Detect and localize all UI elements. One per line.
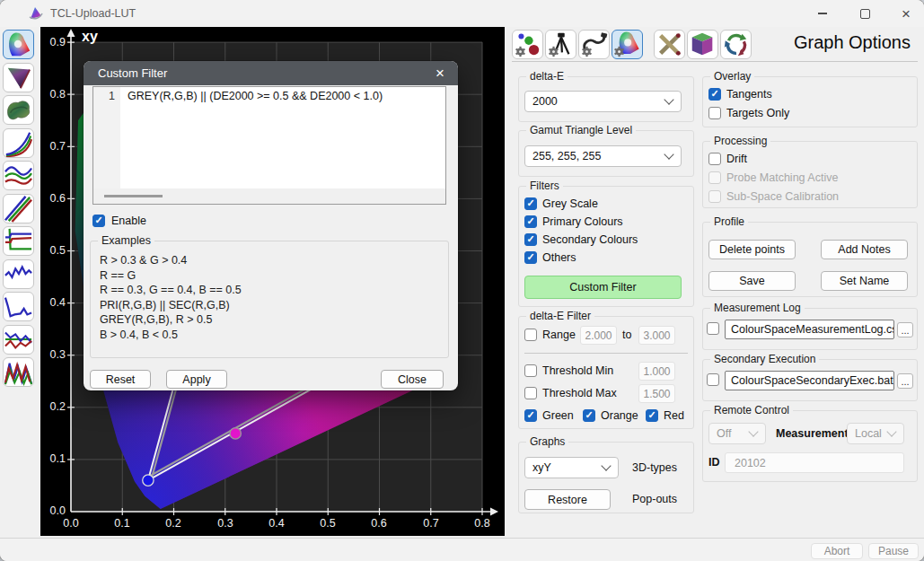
targets-only-checkbox[interactable] [708, 107, 721, 119]
delta-e-dropdown[interactable]: 2000 [524, 91, 682, 112]
overlay-groupbox: Overlay Tangents Targets Only [702, 76, 918, 127]
measurement-log-file-field[interactable]: ColourSpaceMeasurementLog.csv [725, 320, 894, 339]
orange-checkbox[interactable] [583, 409, 595, 422]
sidebar-item-cie-xy-chromaticity[interactable] [3, 30, 34, 59]
grey-scale-checkbox[interactable] [524, 197, 537, 210]
threshold-min-checkbox[interactable] [524, 364, 537, 377]
range-to-label: to [622, 329, 631, 341]
restore-button[interactable]: Restore [524, 489, 611, 510]
threshold-max-checkbox[interactable] [524, 387, 537, 399]
maximize-icon [860, 9, 870, 19]
3d-types-label: 3D-types [632, 461, 677, 474]
toolbar-crossed-tools[interactable] [654, 30, 685, 59]
delta-e-value: 2000 [532, 95, 558, 108]
rgb-step-response-icon [4, 227, 33, 255]
x-tick: 0.1 [107, 517, 137, 530]
dialog-close-button[interactable]: × [429, 63, 451, 83]
editor-code-line[interactable]: GREY(R,G,B) || (DE2000 >= 0.5 && DE2000 … [120, 87, 383, 188]
sub-space-calibration-checkbox [708, 190, 721, 203]
set-name-button[interactable]: Set Name [821, 271, 908, 291]
y-tick: 0.3 [40, 348, 66, 361]
measurement-log-checkbox[interactable] [707, 322, 719, 335]
sidebar-item-rgb-peaks-trace[interactable] [3, 357, 34, 387]
editor-hscrollbar-thumb[interactable] [104, 195, 163, 197]
abort-button[interactable]: Abort [811, 543, 863, 559]
example-line: R == G [100, 268, 242, 284]
magenta-secondary-point[interactable] [230, 428, 241, 439]
reset-button[interactable]: Reset [90, 370, 151, 389]
secondary-colours-checkbox[interactable] [524, 233, 537, 246]
secondary-execution-file-field[interactable]: ColourSpaceSecondaryExec.bat [725, 371, 894, 390]
range-to-field[interactable]: 3.000 [638, 326, 675, 345]
processing-groupbox: Processing Drift Probe Matching Active S… [702, 141, 918, 208]
sidebar-item-luminance-trace[interactable] [3, 292, 34, 321]
sidebar-item-cie-uv-gamut[interactable] [3, 63, 34, 92]
apply-button[interactable]: Apply [166, 370, 227, 389]
sidebar-item-rgb-error-trace[interactable] [3, 325, 34, 355]
threshold-min-field[interactable]: 1.000 [638, 362, 675, 381]
close-button[interactable]: × [892, 1, 920, 26]
range-from-field[interactable]: 2.000 [580, 326, 617, 345]
range-checkbox[interactable] [524, 329, 537, 341]
dialog-titlebar[interactable]: Custom Filter [84, 61, 458, 85]
app-window: TCL-Upload-LUT × [0, 0, 924, 561]
tangents-checkbox[interactable] [708, 88, 721, 101]
save-button[interactable]: Save [708, 271, 796, 291]
gamut-triangle-level-label: Gamut Triangle Level [526, 124, 636, 136]
remote-mode-value: Off [717, 427, 731, 440]
threshold-max-label: Threshold Max [542, 387, 617, 399]
drift-label: Drift [726, 153, 747, 165]
toolbar-probe-tripod-settings[interactable] [545, 30, 576, 59]
secondary-execution-groupbox: Secondary Execution ColourSpaceSecondary… [702, 359, 918, 401]
threshold-min-label: Threshold Min [542, 364, 613, 377]
others-checkbox[interactable] [524, 251, 537, 264]
threshold-max-field[interactable]: 1.500 [638, 384, 675, 403]
pause-button[interactable]: Pause [868, 543, 919, 559]
green-checkbox[interactable] [524, 409, 537, 422]
x-tick: 0.7 [416, 517, 446, 530]
delta-e-filter-separator [524, 353, 688, 354]
primary-colours-checkbox[interactable] [524, 215, 537, 228]
minimize-button[interactable] [808, 1, 837, 26]
filter-code-editor[interactable]: 1 GREY(R,G,B) || (DE2000 >= 0.5 && DE200… [92, 86, 446, 205]
close-icon: × [902, 6, 911, 22]
remote-control-label: Remote Control [710, 404, 793, 416]
example-line: GREY(R,G,B), R > 0.5 [100, 312, 242, 328]
sidebar-item-rgb-ramp-lines[interactable] [3, 194, 34, 224]
toolbar-patches-settings[interactable] [512, 30, 543, 59]
toolbar-sync-cycle[interactable] [720, 30, 752, 59]
usb-connection-settings-icon [579, 31, 609, 58]
secondary-execution-checkbox[interactable] [707, 373, 719, 386]
others-label: Others [542, 251, 576, 264]
measurement-log-browse-button[interactable]: ... [897, 322, 913, 337]
drift-checkbox[interactable] [708, 153, 721, 165]
red-checkbox[interactable] [646, 409, 658, 422]
graph-type-dropdown[interactable]: xyY [524, 457, 619, 478]
gamut-triangle-level-dropdown[interactable]: 255, 255, 255 [524, 145, 682, 167]
delta-e-groupbox: delta-E 2000 [518, 76, 694, 122]
probe-matching-active-checkbox [708, 171, 721, 184]
custom-filter-button[interactable]: Custom Filter [524, 276, 682, 299]
close-dialog-button[interactable]: Close [381, 370, 444, 389]
sidebar-item-rgb-gamma-curves[interactable] [3, 128, 34, 158]
toolbar-usb-connection-settings[interactable] [578, 30, 610, 59]
toolbar-graph-options-settings[interactable] [612, 30, 643, 59]
lut-color-cube-icon [688, 31, 717, 58]
enable-checkbox[interactable] [92, 215, 105, 227]
sidebar-item-rgb-balance-curves[interactable] [3, 161, 34, 190]
editor-hscrollbar[interactable] [93, 188, 445, 204]
toolbar-lut-color-cube[interactable] [687, 30, 718, 59]
sidebar-item-delta-e-trace[interactable] [3, 259, 34, 289]
y-tick: 0.4 [40, 296, 66, 309]
graphs-groupbox: Graphs xyY 3D-types Restore Pop-outs [518, 442, 694, 513]
blue-primary-point[interactable] [143, 475, 154, 486]
targets-only-label: Targets Only [726, 107, 789, 119]
profile-label: Profile [710, 215, 748, 228]
add-notes-button[interactable]: Add Notes [821, 240, 908, 259]
custom-filter-dialog: Custom Filter × 1 GREY(R,G,B) || (DE2000… [84, 61, 458, 390]
delete-points-button[interactable]: Delete points [708, 240, 796, 259]
secondary-execution-browse-button[interactable]: ... [897, 373, 913, 389]
sidebar-item-rgb-step-response[interactable] [3, 226, 34, 256]
sidebar-item-gamut-3d-volume[interactable] [3, 95, 34, 125]
maximize-button[interactable] [850, 1, 879, 26]
